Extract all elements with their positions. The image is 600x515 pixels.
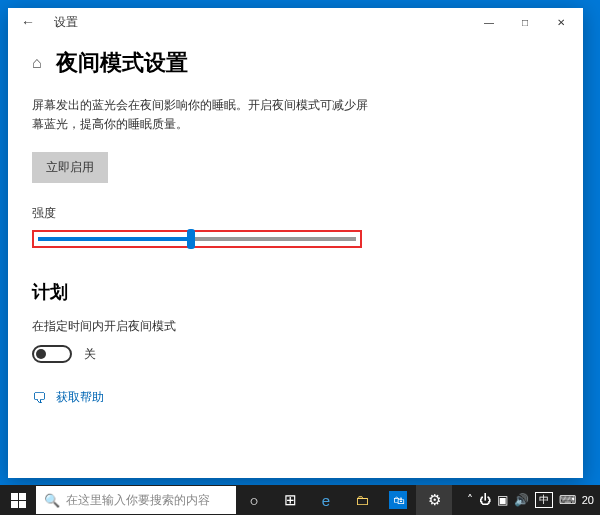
maximize-button[interactable]: □ [507,8,543,36]
windows-logo-icon [11,493,26,508]
titlebar: ← 设置 — □ ✕ [8,8,583,36]
task-icons: ○ ⊞ e 🗀 🛍 ⚙ [236,485,452,515]
help-icon: 🗨 [32,390,46,406]
start-button[interactable] [0,485,36,515]
window-title: 设置 [54,14,78,31]
clock[interactable]: 20 [582,494,594,506]
system-tray: ˄ ⏻ ▣ 🔊 中 ⌨ 20 [461,492,600,508]
strength-label: 强度 [32,205,559,222]
task-view-icon[interactable]: ⊞ [272,485,308,515]
settings-taskbar-icon[interactable]: ⚙ [416,485,452,515]
page-description: 屏幕发出的蓝光会在夜间影响你的睡眠。开启夜间模式可减少屏幕蓝光，提高你的睡眠质量… [32,96,372,134]
network-icon[interactable]: ▣ [497,493,508,507]
close-button[interactable]: ✕ [543,8,579,36]
schedule-toggle[interactable] [32,345,72,363]
taskbar-search[interactable]: 🔍 在这里输入你要搜索的内容 [36,486,236,514]
file-explorer-icon[interactable]: 🗀 [344,485,380,515]
tray-chevron-icon[interactable]: ˄ [467,493,473,507]
power-icon[interactable]: ⏻ [479,493,491,507]
edge-browser-icon[interactable]: e [308,485,344,515]
cortana-icon[interactable]: ○ [236,485,272,515]
toggle-state-label: 关 [84,346,96,363]
window-controls: — □ ✕ [471,8,579,36]
page-title: 夜间模式设置 [56,48,188,78]
slider-fill [38,237,191,241]
schedule-toggle-row: 关 [32,345,559,363]
search-icon: 🔍 [44,493,60,508]
page-header: ⌂ 夜间模式设置 [32,48,559,78]
schedule-description: 在指定时间内开启夜间模式 [32,318,559,335]
home-icon[interactable]: ⌂ [32,54,42,72]
volume-icon[interactable]: 🔊 [514,493,529,507]
enable-now-button[interactable]: 立即启用 [32,152,108,183]
store-icon[interactable]: 🛍 [380,485,416,515]
strength-slider[interactable] [38,237,356,241]
content-area: ⌂ 夜间模式设置 屏幕发出的蓝光会在夜间影响你的睡眠。开启夜间模式可减少屏幕蓝光… [8,36,583,478]
keyboard-icon[interactable]: ⌨ [559,493,576,507]
schedule-title: 计划 [32,280,559,304]
settings-window: ← 设置 — □ ✕ ⌂ 夜间模式设置 屏幕发出的蓝光会在夜间影响你的睡眠。开启… [8,8,583,478]
arrow-left-icon: ← [21,14,35,30]
help-link-label: 获取帮助 [56,389,104,406]
back-button[interactable]: ← [12,8,44,36]
minimize-button[interactable]: — [471,8,507,36]
toggle-knob [36,349,46,359]
slider-thumb[interactable] [187,229,195,249]
taskbar: 🔍 在这里输入你要搜索的内容 ○ ⊞ e 🗀 🛍 ⚙ ˄ ⏻ ▣ 🔊 中 ⌨ 2… [0,485,600,515]
ime-indicator[interactable]: 中 [535,492,553,508]
search-placeholder: 在这里输入你要搜索的内容 [66,492,210,509]
strength-slider-highlight [32,230,362,248]
help-link-row[interactable]: 🗨 获取帮助 [32,389,559,406]
